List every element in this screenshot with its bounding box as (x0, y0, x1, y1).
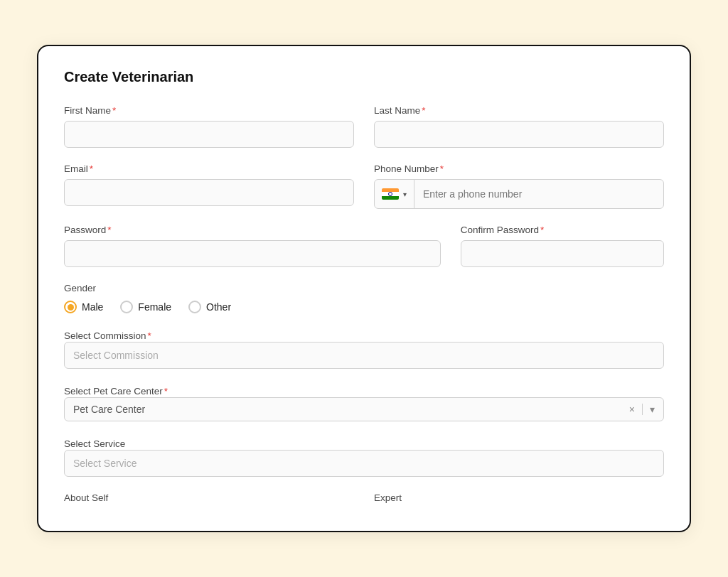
password-label: Password* (64, 225, 441, 235)
gender-other-radio[interactable] (188, 301, 201, 313)
pet-care-wrapper: Pet Care Center × ▾ (64, 397, 664, 421)
gender-radio-group: Male Female Other (64, 301, 664, 313)
email-input[interactable] (64, 179, 354, 206)
flag-chevron-icon: ▾ (403, 190, 407, 198)
confirm-password-group: Confirm Password* (461, 225, 664, 267)
gender-male-label: Male (82, 301, 103, 313)
first-name-group: First Name* (64, 105, 354, 148)
last-name-label: Last Name* (374, 105, 664, 116)
about-self-label: About Self (64, 492, 354, 503)
gender-male-radio[interactable] (64, 301, 77, 313)
service-select-wrapper: Select Service (64, 450, 664, 477)
email-label: Email* (64, 163, 354, 174)
service-group: Select Service Select Service (64, 437, 664, 477)
create-veterinarian-card: Create Veterinarian First Name* Last Nam… (37, 45, 691, 532)
phone-wrapper: ▾ (374, 179, 664, 209)
phone-input[interactable] (414, 181, 663, 207)
form-title: Create Veterinarian (64, 69, 664, 85)
commission-select-wrapper: Select Commission (64, 342, 664, 369)
about-self-group: About Self (64, 492, 354, 508)
pet-care-clear-icon[interactable]: × (629, 404, 635, 415)
email-group: Email* (64, 163, 354, 209)
password-input[interactable] (64, 240, 441, 267)
expert-group: Expert (374, 492, 664, 508)
service-label: Select Service (64, 438, 125, 449)
commission-select[interactable]: Select Commission (64, 342, 664, 369)
pet-care-actions: × ▾ (629, 404, 655, 415)
pet-care-label: Select Pet Care Center* (64, 386, 168, 397)
gender-male-dot (68, 304, 74, 311)
gender-label: Gender (64, 283, 664, 293)
service-select[interactable]: Select Service (64, 450, 664, 477)
phone-group: Phone Number* ▾ (374, 163, 664, 209)
gender-female-label: Female (138, 301, 171, 313)
confirm-password-input[interactable] (461, 240, 664, 267)
pet-care-divider (642, 404, 643, 415)
email-phone-row: Email* Phone Number* ▾ (64, 163, 664, 209)
gender-section: Gender Male Female Other (64, 283, 664, 313)
pet-care-value: Pet Care Center (73, 404, 623, 415)
first-name-input[interactable] (64, 121, 354, 148)
gender-other-label: Other (206, 301, 231, 313)
gender-other-option[interactable]: Other (188, 301, 231, 313)
last-name-input[interactable] (374, 121, 664, 148)
pet-care-group: Select Pet Care Center* Pet Care Center … (64, 384, 664, 421)
last-name-group: Last Name* (374, 105, 664, 148)
gender-female-radio[interactable] (120, 301, 133, 313)
password-row: Password* Confirm Password* (64, 225, 664, 267)
password-group: Password* (64, 225, 441, 267)
expert-label: Expert (374, 492, 664, 503)
india-flag (382, 188, 399, 200)
confirm-password-label: Confirm Password* (461, 225, 664, 235)
gender-male-option[interactable]: Male (64, 301, 103, 313)
gender-female-option[interactable]: Female (120, 301, 171, 313)
commission-label: Select Commission* (64, 330, 151, 341)
pet-care-chevron-icon[interactable]: ▾ (650, 404, 655, 415)
phone-label: Phone Number* (374, 163, 664, 174)
name-row: First Name* Last Name* (64, 105, 664, 148)
country-code-selector[interactable]: ▾ (375, 180, 414, 208)
commission-group: Select Commission* Select Commission (64, 329, 664, 369)
first-name-label: First Name* (64, 105, 354, 116)
bottom-row: About Self Expert (64, 492, 664, 508)
